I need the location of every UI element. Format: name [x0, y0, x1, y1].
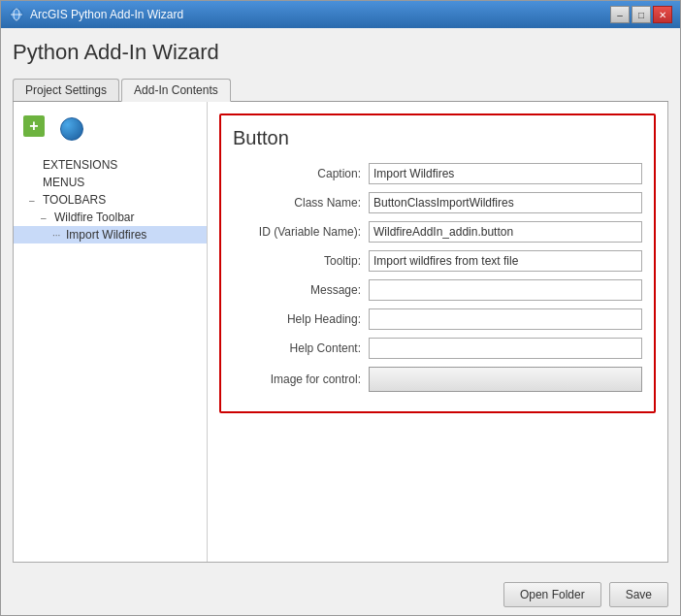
add-icon: +	[23, 115, 50, 143]
extensions-label: EXTENSIONS	[43, 158, 117, 172]
classname-label: Class Name:	[233, 196, 369, 210]
maximize-button[interactable]: □	[632, 6, 651, 23]
section-title: Button	[233, 127, 642, 149]
tab-project-settings[interactable]: Project Settings	[13, 79, 119, 101]
save-button[interactable]: Save	[609, 582, 668, 607]
right-panel: Button Caption: Class Name:	[208, 102, 667, 562]
sidebar-item-toolbars[interactable]: – TOOLBARS	[14, 191, 207, 209]
panel-section: Button Caption: Class Name:	[219, 113, 656, 413]
form-row-image: Image for control:	[233, 367, 642, 392]
open-folder-button[interactable]: Open Folder	[503, 582, 601, 607]
globe-icon-button[interactable]	[56, 113, 87, 145]
app-title: Python Add-In Wizard	[13, 40, 668, 65]
tab-bar: Project Settings Add-In Contents	[13, 79, 668, 102]
caption-input[interactable]	[369, 163, 642, 184]
form-row-id: ID (Variable Name):	[233, 221, 642, 243]
tab-content: + EXTENSIONS	[13, 102, 668, 563]
minimize-button[interactable]: –	[610, 6, 630, 23]
window-title: ArcGIS Python Add-In Wizard	[30, 8, 183, 21]
window-controls: – □ ✕	[610, 6, 672, 23]
expand-icon: ···	[52, 230, 62, 241]
form-row-caption: Caption:	[233, 163, 642, 184]
form-row-help-content: Help Content:	[233, 338, 642, 359]
title-bar-left: ArcGIS Python Add-In Wizard	[9, 7, 183, 22]
expand-icon: –	[29, 195, 39, 206]
help-heading-input[interactable]	[369, 308, 642, 330]
caption-label: Caption:	[233, 167, 369, 180]
sidebar-item-menus[interactable]: MENUS	[14, 174, 207, 191]
id-label: ID (Variable Name):	[233, 225, 369, 239]
menus-label: MENUS	[43, 176, 84, 189]
main-content: Python Add-In Wizard Project Settings Ad…	[1, 28, 680, 574]
sidebar-item-wildfire-toolbar[interactable]: – Wildfire Toolbar	[14, 209, 207, 226]
bottom-bar: Open Folder Save	[1, 574, 680, 615]
help-heading-label: Help Heading:	[233, 312, 369, 326]
expand-icon: –	[41, 212, 50, 223]
import-wildfires-label: Import Wildfires	[66, 228, 146, 242]
tooltip-input[interactable]	[369, 250, 642, 272]
add-bg: +	[23, 115, 45, 137]
form-row-tooltip: Tooltip:	[233, 250, 642, 272]
tab-addin-contents[interactable]: Add-In Contents	[121, 79, 231, 102]
wildfire-toolbar-label: Wildfire Toolbar	[54, 211, 134, 224]
message-input[interactable]	[369, 279, 642, 301]
sidebar: + EXTENSIONS	[14, 102, 208, 562]
help-content-input[interactable]	[369, 338, 642, 359]
classname-input[interactable]	[369, 192, 642, 213]
image-label: Image for control:	[233, 373, 369, 386]
add-icon-button[interactable]: +	[21, 113, 52, 145]
form-row-classname: Class Name:	[233, 192, 642, 213]
tabs-container: Project Settings Add-In Contents +	[13, 79, 668, 563]
help-content-label: Help Content:	[233, 341, 369, 355]
addon-icons: +	[21, 113, 199, 145]
title-bar: ArcGIS Python Add-In Wizard – □ ✕	[1, 1, 680, 28]
sidebar-icons: +	[14, 110, 207, 156]
form-row-message: Message:	[233, 279, 642, 301]
message-label: Message:	[233, 283, 369, 297]
toolbars-label: TOOLBARS	[43, 193, 106, 207]
form-row-help-heading: Help Heading:	[233, 308, 642, 330]
sidebar-item-import-wildfires[interactable]: ··· Import Wildfires	[14, 226, 207, 243]
app-icon	[9, 7, 24, 22]
sidebar-item-extensions[interactable]: EXTENSIONS	[14, 156, 207, 174]
main-window: ArcGIS Python Add-In Wizard – □ ✕ Python…	[0, 0, 681, 616]
id-input[interactable]	[369, 221, 642, 243]
globe-icon	[60, 117, 83, 141]
close-button[interactable]: ✕	[653, 6, 672, 23]
tooltip-label: Tooltip:	[233, 254, 369, 268]
form-fields: Caption: Class Name: ID (Variable Name):	[233, 163, 642, 392]
image-button[interactable]	[369, 367, 642, 392]
